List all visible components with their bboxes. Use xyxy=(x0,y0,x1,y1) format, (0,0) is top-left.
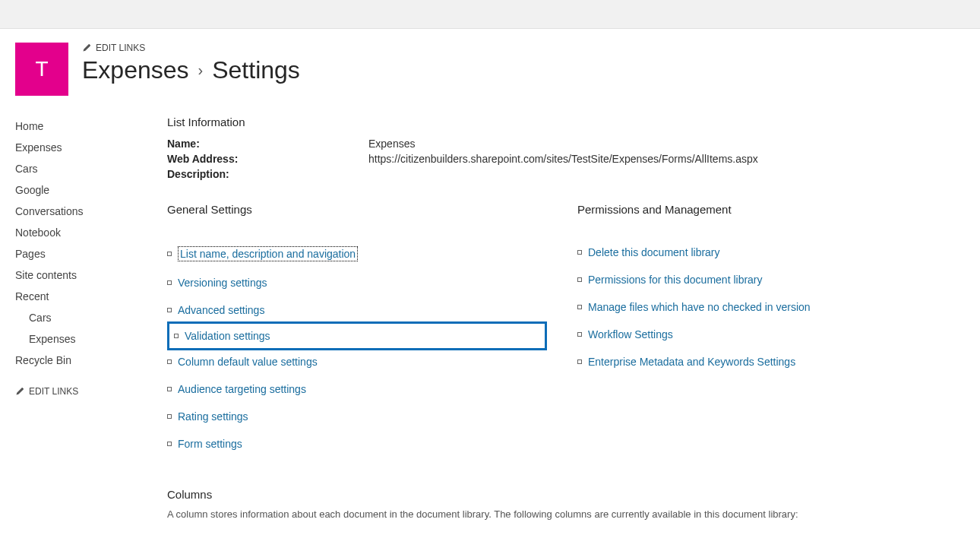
bullet-icon xyxy=(167,252,172,256)
bullet-icon xyxy=(174,334,179,338)
permissions-list: Delete this document library Permissions… xyxy=(577,239,957,375)
nav-item[interactable]: Cars xyxy=(15,307,167,328)
perm-item-permissions: Permissions for this document library xyxy=(577,266,957,293)
nav-item[interactable]: Home xyxy=(15,116,167,137)
suite-bar xyxy=(0,0,980,29)
link-column-default-value[interactable]: Column default value settings xyxy=(178,356,318,368)
nav-item[interactable]: Conversations xyxy=(15,201,167,222)
permissions-heading: Permissions and Management xyxy=(577,203,957,216)
general-item-form: Form settings xyxy=(167,430,547,458)
list-info-table: Name: Expenses Web Address: https://citi… xyxy=(167,136,957,182)
link-manage-unchecked-files[interactable]: Manage files which have no checked in ve… xyxy=(588,301,811,313)
nav-item[interactable]: Cars xyxy=(15,158,167,179)
bullet-icon xyxy=(577,277,582,282)
link-rating-settings[interactable]: Rating settings xyxy=(178,410,248,423)
web-address-value: https://citizenbuilders.sharepoint.com/s… xyxy=(368,153,758,165)
link-versioning-settings[interactable]: Versioning settings xyxy=(178,277,267,289)
bullet-icon xyxy=(167,414,172,419)
general-settings-heading: General Settings xyxy=(167,203,547,216)
nav-item[interactable]: Recent xyxy=(15,286,167,307)
perm-item-delete: Delete this document library xyxy=(577,239,957,266)
bullet-icon xyxy=(167,280,172,285)
nav-item[interactable]: Recycle Bin xyxy=(15,350,167,371)
nav-item[interactable]: Site contents xyxy=(15,264,167,286)
bullet-icon xyxy=(577,332,582,337)
bullet-icon xyxy=(167,387,172,391)
edit-links-bottom[interactable]: EDIT LINKS xyxy=(15,386,167,397)
name-value: Expenses xyxy=(368,138,415,150)
general-item-audience: Audience targeting settings xyxy=(167,375,547,403)
edit-links-bottom-label: EDIT LINKS xyxy=(29,386,78,397)
breadcrumb: Expenses › Settings xyxy=(82,56,300,84)
page-header: T EDIT LINKS Expenses › Settings xyxy=(0,29,980,111)
link-validation-settings[interactable]: Validation settings xyxy=(185,330,270,342)
web-address-label: Web Address: xyxy=(167,153,368,165)
link-workflow-settings[interactable]: Workflow Settings xyxy=(588,328,673,340)
nav-item[interactable]: Pages xyxy=(15,243,167,264)
breadcrumb-separator: › xyxy=(198,62,204,79)
breadcrumb-parent[interactable]: Expenses xyxy=(82,56,189,84)
main-content: List Information Name: Expenses Web Addr… xyxy=(167,111,980,520)
columns-description: A column stores information about each d… xyxy=(167,508,957,520)
general-settings-column: General Settings List name, description … xyxy=(167,203,547,458)
list-info-heading: List Information xyxy=(167,116,957,128)
breadcrumb-current: Settings xyxy=(212,56,300,84)
general-item-column-default: Column default value settings xyxy=(167,348,547,375)
perm-item-workflow: Workflow Settings xyxy=(577,321,957,348)
nav-item[interactable]: Expenses xyxy=(15,328,167,350)
pencil-icon xyxy=(15,387,24,396)
bullet-icon xyxy=(167,359,172,364)
general-settings-list: List name, description and navigation Ve… xyxy=(167,239,547,458)
nav-item[interactable]: Notebook xyxy=(15,222,167,243)
nav-item[interactable]: Google xyxy=(15,179,167,201)
perm-item-metadata: Enterprise Metadata and Keywords Setting… xyxy=(577,348,957,375)
left-nav-list: HomeExpensesCarsGoogleConversationsNoteb… xyxy=(15,116,167,371)
link-form-settings[interactable]: Form settings xyxy=(178,438,242,450)
description-label: Description: xyxy=(167,168,368,180)
columns-section: Columns A column stores information abou… xyxy=(167,488,957,520)
link-delete-library[interactable]: Delete this document library xyxy=(588,246,720,258)
bullet-icon xyxy=(167,308,172,312)
general-item-list-name: List name, description and navigation xyxy=(167,239,547,269)
permissions-column: Permissions and Management Delete this d… xyxy=(577,203,957,458)
link-permissions-library[interactable]: Permissions for this document library xyxy=(588,274,763,286)
general-item-validation-highlighted: Validation settings xyxy=(167,321,547,350)
bullet-icon xyxy=(577,250,582,255)
edit-links-top[interactable]: EDIT LINKS xyxy=(82,43,300,53)
link-advanced-settings[interactable]: Advanced settings xyxy=(178,304,264,316)
left-nav: HomeExpensesCarsGoogleConversationsNoteb… xyxy=(15,111,167,397)
general-item-rating: Rating settings xyxy=(167,403,547,430)
site-logo[interactable]: T xyxy=(15,43,68,96)
pencil-icon xyxy=(82,43,91,52)
bullet-icon xyxy=(577,359,582,364)
link-list-name-desc-nav[interactable]: List name, description and navigation xyxy=(178,246,358,261)
perm-item-manage-files: Manage files which have no checked in ve… xyxy=(577,293,957,321)
columns-heading: Columns xyxy=(167,488,957,501)
general-item-versioning: Versioning settings xyxy=(167,269,547,296)
link-audience-targeting[interactable]: Audience targeting settings xyxy=(178,383,306,395)
name-label: Name: xyxy=(167,138,368,150)
link-enterprise-metadata[interactable]: Enterprise Metadata and Keywords Setting… xyxy=(588,356,795,368)
edit-links-label: EDIT LINKS xyxy=(96,43,145,53)
bullet-icon xyxy=(167,442,172,446)
bullet-icon xyxy=(577,305,582,309)
general-item-advanced: Advanced settings xyxy=(167,296,547,324)
nav-item[interactable]: Expenses xyxy=(15,137,167,158)
